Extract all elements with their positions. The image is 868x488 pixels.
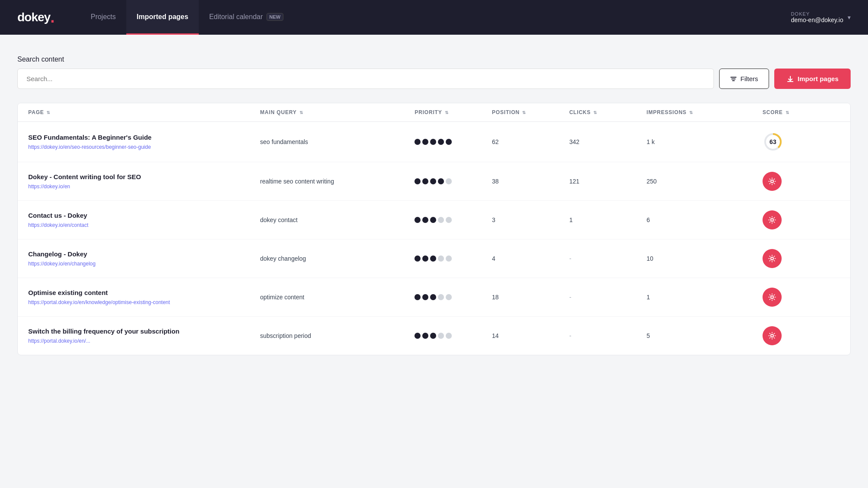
priority-dot [414, 139, 421, 145]
clicks-value: 1 [569, 216, 573, 223]
score-cell [763, 249, 840, 268]
position-cell: 38 [492, 178, 569, 185]
score-cell [763, 172, 840, 191]
gear-button[interactable] [763, 326, 782, 345]
clicks-value: 121 [569, 178, 579, 185]
priority-dot [422, 139, 428, 145]
main-query-cell: dokey changelog [260, 255, 414, 262]
priority-dot [414, 294, 421, 300]
page-url[interactable]: https://dokey.io/en/contact [28, 222, 89, 228]
priority-dot [414, 255, 421, 262]
nav-link-imported-pages[interactable]: Imported pages [126, 0, 199, 35]
page-title: Dokey - Content writing tool for SEO [28, 173, 260, 180]
filter-icon [730, 75, 737, 82]
page-url[interactable]: https://portal.dokey.io/en/... [28, 338, 90, 344]
nav-link-projects[interactable]: Projects [80, 0, 126, 35]
filter-button[interactable]: Filters [719, 69, 769, 89]
page-title: Changelog - Dokey [28, 250, 260, 258]
search-input[interactable] [17, 69, 714, 89]
svg-point-6 [771, 334, 773, 337]
page-cell: Switch the billing frequency of your sub… [28, 328, 260, 344]
priority-dot [446, 333, 452, 339]
gear-icon [768, 293, 776, 301]
content-table: PAGE ⇅ MAIN QUERY ⇅ PRIORITY ⇅ POSITION … [17, 103, 851, 355]
priority-dots [414, 178, 492, 184]
sort-icon-priority: ⇅ [445, 110, 449, 115]
col-score[interactable]: SCORE ⇅ [763, 109, 840, 115]
sort-icon-clicks: ⇅ [593, 110, 597, 115]
sort-icon-score: ⇅ [786, 110, 789, 115]
impressions-cell: 1 [647, 294, 763, 301]
svg-point-4 [771, 257, 773, 260]
gear-button[interactable] [763, 288, 782, 307]
page-cell: Dokey - Content writing tool for SEO htt… [28, 173, 260, 190]
col-position[interactable]: POSITION ⇅ [492, 109, 569, 115]
nav-link-editorial-calendar[interactable]: Editorial calendar NEW [199, 0, 294, 35]
new-badge: NEW [266, 13, 284, 21]
col-impressions[interactable]: IMPRESSIONS ⇅ [647, 109, 763, 115]
priority-cell [414, 333, 492, 339]
clicks-cell: - [569, 332, 647, 340]
download-icon [786, 75, 794, 83]
sort-icon-query: ⇅ [299, 110, 303, 115]
priority-dots [414, 217, 492, 223]
position-cell: 62 [492, 138, 569, 145]
table-row: Optimise existing content https://portal… [18, 278, 850, 317]
gear-button[interactable] [763, 172, 782, 191]
page-title: SEO Fundamentals: A Beginner's Guide [28, 134, 260, 141]
page-url[interactable]: https://dokey.io/en [28, 183, 70, 190]
page-cell: Optimise existing content https://portal… [28, 289, 260, 306]
page-url[interactable]: https://dokey.io/en/changelog [28, 261, 95, 267]
table-row: SEO Fundamentals: A Beginner's Guide htt… [18, 122, 850, 162]
priority-dot [414, 178, 421, 184]
logo[interactable]: dokey. [17, 10, 54, 24]
gear-icon [768, 254, 776, 263]
svg-point-3 [771, 219, 773, 221]
chevron-down-icon: ▾ [848, 14, 851, 21]
priority-dot [438, 333, 444, 339]
sort-icon-page: ⇅ [46, 110, 50, 115]
score-cell: 63 [763, 131, 840, 152]
priority-cell [414, 178, 492, 184]
col-page[interactable]: PAGE ⇅ [28, 109, 260, 115]
clicks-cell: - [569, 255, 647, 262]
nav-user-brand: DOKEY [791, 11, 843, 16]
priority-dot [414, 217, 421, 223]
priority-cell [414, 294, 492, 300]
page-url[interactable]: https://portal.dokey.io/en/knowledge/opt… [28, 299, 170, 305]
col-clicks[interactable]: CLICKS ⇅ [569, 109, 647, 115]
score-cell [763, 288, 840, 307]
priority-dot [446, 217, 452, 223]
priority-dot [430, 294, 436, 300]
impressions-cell: 250 [647, 178, 763, 185]
clicks-cell: 121 [569, 177, 647, 185]
col-priority[interactable]: PRIORITY ⇅ [414, 109, 492, 115]
priority-cell [414, 139, 492, 145]
svg-point-2 [771, 180, 773, 183]
navbar: dokey. Projects Imported pages Editorial… [0, 0, 868, 35]
clicks-value: 342 [569, 138, 579, 145]
position-cell: 3 [492, 216, 569, 223]
main-query-cell: dokey contact [260, 216, 414, 223]
score-cell [763, 326, 840, 345]
page-url[interactable]: https://dokey.io/en/seo-resources/beginn… [28, 144, 151, 150]
import-button[interactable]: Import pages [774, 69, 851, 89]
priority-dot [446, 294, 452, 300]
sort-icon-position: ⇅ [522, 110, 526, 115]
nav-links: Projects Imported pages Editorial calend… [80, 0, 773, 35]
priority-dot [446, 255, 452, 262]
score-value: 63 [769, 138, 776, 145]
gear-button[interactable] [763, 249, 782, 268]
impressions-cell: 5 [647, 332, 763, 339]
col-main-query[interactable]: MAIN QUERY ⇅ [260, 109, 414, 115]
page-cell: Contact us - Dokey https://dokey.io/en/c… [28, 212, 260, 229]
clicks-cell: - [569, 293, 647, 301]
gear-button[interactable] [763, 210, 782, 229]
table-body: SEO Fundamentals: A Beginner's Guide htt… [18, 122, 850, 355]
priority-dot [430, 217, 436, 223]
priority-dots [414, 139, 492, 145]
table-row: Changelog - Dokey https://dokey.io/en/ch… [18, 239, 850, 278]
priority-dot [422, 333, 428, 339]
nav-user[interactable]: DOKEY demo-en@dokey.io ▾ [791, 11, 851, 23]
priority-dot [414, 333, 421, 339]
